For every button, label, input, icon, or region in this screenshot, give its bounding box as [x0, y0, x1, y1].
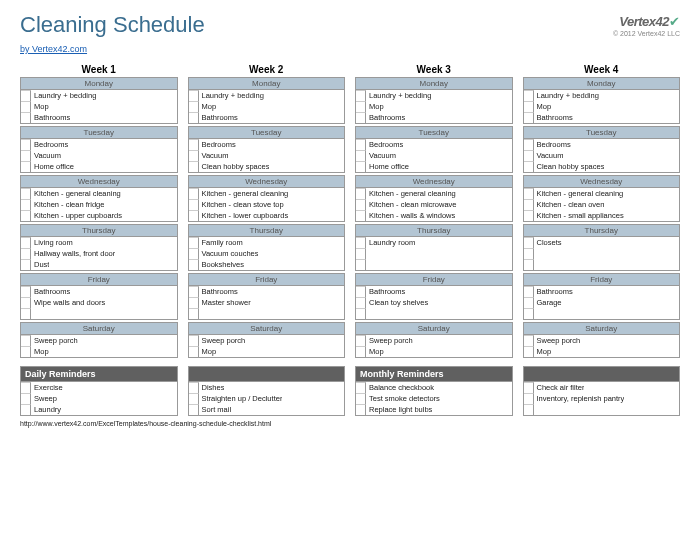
task-checkbox[interactable] — [21, 297, 31, 308]
task-checkbox[interactable] — [189, 210, 199, 221]
task-checkbox[interactable] — [356, 150, 366, 161]
task-checkbox[interactable] — [356, 237, 366, 248]
task-checkbox[interactable] — [524, 150, 534, 161]
task-checkbox[interactable] — [189, 346, 199, 357]
task-label: Laundry + bedding — [534, 90, 599, 101]
task-checkbox[interactable] — [356, 297, 366, 308]
task-checkbox[interactable] — [21, 90, 31, 101]
task-checkbox[interactable] — [524, 335, 534, 346]
task-checkbox[interactable] — [21, 150, 31, 161]
task-checkbox[interactable] — [21, 161, 31, 172]
task-checkbox[interactable] — [356, 346, 366, 357]
task-row: Sweep porch — [356, 335, 512, 346]
task-checkbox[interactable] — [524, 297, 534, 308]
task-checkbox[interactable] — [21, 101, 31, 112]
task-checkbox[interactable] — [189, 188, 199, 199]
task-checkbox[interactable] — [524, 112, 534, 123]
task-checkbox[interactable] — [524, 161, 534, 172]
task-checkbox[interactable] — [524, 404, 534, 415]
task-checkbox[interactable] — [189, 286, 199, 297]
task-checkbox[interactable] — [524, 393, 534, 404]
task-checkbox[interactable] — [21, 248, 31, 259]
task-checkbox[interactable] — [356, 210, 366, 221]
task-checkbox[interactable] — [189, 382, 199, 393]
task-checkbox[interactable] — [524, 308, 534, 319]
task-row: Hallway walls, front door — [21, 248, 177, 259]
task-checkbox[interactable] — [21, 237, 31, 248]
task-checkbox[interactable] — [21, 188, 31, 199]
task-label: Bookshelves — [199, 259, 245, 270]
task-checkbox[interactable] — [189, 161, 199, 172]
task-checkbox[interactable] — [524, 139, 534, 150]
task-checkbox[interactable] — [524, 259, 534, 270]
task-checkbox[interactable] — [356, 259, 366, 270]
task-checkbox[interactable] — [356, 139, 366, 150]
task-checkbox[interactable] — [356, 404, 366, 415]
task-row: Laundry — [21, 404, 177, 415]
task-checkbox[interactable] — [21, 139, 31, 150]
task-checkbox[interactable] — [21, 259, 31, 270]
task-label: Garage — [534, 297, 562, 308]
task-checkbox[interactable] — [524, 382, 534, 393]
task-checkbox[interactable] — [189, 112, 199, 123]
task-label: Living room — [31, 237, 73, 248]
task-checkbox[interactable] — [356, 161, 366, 172]
task-checkbox[interactable] — [189, 404, 199, 415]
task-checkbox[interactable] — [189, 248, 199, 259]
weeks-grid: Week 1 Monday Laundry + bedding Mop Bath… — [20, 64, 680, 360]
task-row: Bathrooms — [356, 286, 512, 297]
day-header: Monday — [356, 78, 512, 90]
task-row: Sweep — [21, 393, 177, 404]
task-checkbox[interactable] — [356, 286, 366, 297]
task-checkbox[interactable] — [356, 199, 366, 210]
task-checkbox[interactable] — [524, 286, 534, 297]
task-checkbox[interactable] — [21, 346, 31, 357]
task-checkbox[interactable] — [356, 90, 366, 101]
task-checkbox[interactable] — [21, 286, 31, 297]
task-checkbox[interactable] — [189, 335, 199, 346]
task-checkbox[interactable] — [189, 393, 199, 404]
task-checkbox[interactable] — [524, 210, 534, 221]
task-checkbox[interactable] — [189, 150, 199, 161]
task-label: Bedrooms — [31, 139, 68, 150]
task-checkbox[interactable] — [189, 139, 199, 150]
task-checkbox[interactable] — [356, 188, 366, 199]
task-label: Mop — [199, 346, 217, 357]
task-checkbox[interactable] — [189, 90, 199, 101]
task-checkbox[interactable] — [21, 210, 31, 221]
task-checkbox[interactable] — [356, 248, 366, 259]
task-checkbox[interactable] — [524, 237, 534, 248]
task-checkbox[interactable] — [21, 404, 31, 415]
task-checkbox[interactable] — [356, 335, 366, 346]
task-checkbox[interactable] — [524, 248, 534, 259]
task-row: Kitchen - clean oven — [524, 199, 680, 210]
task-checkbox[interactable] — [21, 199, 31, 210]
task-checkbox[interactable] — [189, 308, 199, 319]
task-checkbox[interactable] — [21, 382, 31, 393]
task-checkbox[interactable] — [356, 382, 366, 393]
task-checkbox[interactable] — [356, 308, 366, 319]
task-checkbox[interactable] — [21, 308, 31, 319]
task-checkbox[interactable] — [21, 112, 31, 123]
task-row: Laundry + bedding — [189, 90, 345, 101]
task-checkbox[interactable] — [356, 393, 366, 404]
task-checkbox[interactable] — [21, 393, 31, 404]
task-checkbox[interactable] — [524, 101, 534, 112]
task-checkbox[interactable] — [524, 199, 534, 210]
byline-link[interactable]: by Vertex42.com — [20, 44, 87, 54]
task-checkbox[interactable] — [524, 346, 534, 357]
task-label: Kitchen - general cleaning — [534, 188, 624, 199]
task-checkbox[interactable] — [524, 90, 534, 101]
task-label: Kitchen - clean microwave — [366, 199, 457, 210]
task-checkbox[interactable] — [189, 101, 199, 112]
task-checkbox[interactable] — [524, 188, 534, 199]
task-checkbox[interactable] — [189, 237, 199, 248]
task-checkbox[interactable] — [189, 297, 199, 308]
day-block: Friday Bathrooms Wipe walls and doors — [20, 273, 178, 320]
task-checkbox[interactable] — [189, 199, 199, 210]
task-checkbox[interactable] — [356, 112, 366, 123]
task-checkbox[interactable] — [356, 101, 366, 112]
task-checkbox[interactable] — [21, 335, 31, 346]
day-header: Thursday — [189, 225, 345, 237]
task-checkbox[interactable] — [189, 259, 199, 270]
